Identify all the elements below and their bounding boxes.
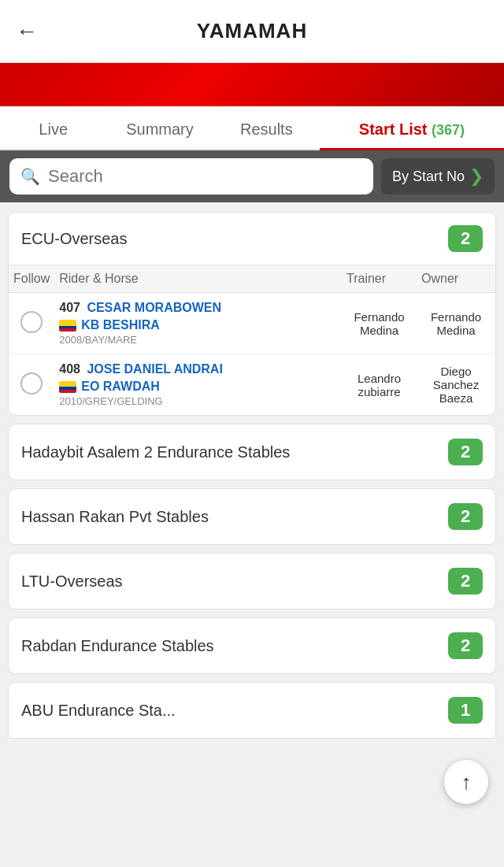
group-card-hassan[interactable]: Hassan Rakan Pvt Stables 2 <box>8 488 496 545</box>
event-banner <box>0 63 504 106</box>
table-row: 407 CESAR MORABOWEN KB BESHIRA 2008/BAY/… <box>9 293 495 354</box>
group-name-hadaybit: Hadaybit Asalem 2 Endurance Stables <box>21 443 290 461</box>
col-owner: Owner <box>417 265 495 293</box>
group-count-ltu: 2 <box>448 568 483 595</box>
search-row: 🔍 By Start No ❯ <box>0 150 504 202</box>
flag-408 <box>59 381 76 393</box>
group-count-abu: 1 <box>448 697 483 724</box>
page-title: YAMAMAH <box>197 19 307 43</box>
group-name-abu: ABU Endurance Sta... <box>21 702 176 720</box>
group-card-rabdan[interactable]: Rabdan Endurance Stables 2 <box>8 617 496 674</box>
sort-label: By Start No <box>392 169 465 185</box>
tab-start-list[interactable]: Start List (367) <box>320 111 504 150</box>
group-card-ecu-overseas: ECU-Overseas 2 Follow Rider & Horse Trai… <box>8 212 496 416</box>
col-follow: Follow <box>9 265 54 293</box>
tab-summary[interactable]: Summary <box>106 111 213 150</box>
app-header: ← YAMAMAH <box>0 0 504 63</box>
group-count-hadaybit: 2 <box>448 439 483 465</box>
horse-detail-408: 2010/GREY/GELDING <box>59 395 337 407</box>
group-name-hassan: Hassan Rakan Pvt Stables <box>21 508 209 526</box>
horse-detail-407: 2008/BAY/MARE <box>59 334 337 346</box>
horse-name-408[interactable]: EO RAWDAH <box>81 380 160 394</box>
chevron-right-icon: ❯ <box>469 166 484 187</box>
table-row: 408 JOSE DANIEL ANDRAI EO RAWDAH 2010/GR… <box>9 354 495 416</box>
horse-name-407[interactable]: KB BESHIRA <box>81 318 160 332</box>
trainer-cell-407: Fernando Medina <box>342 293 417 354</box>
rider-name-407[interactable]: CESAR MORABOWEN <box>87 301 221 314</box>
search-input[interactable] <box>48 166 362 187</box>
trainer-cell-408: Leandro zubiarre <box>342 354 417 416</box>
start-no-408: 408 <box>59 362 80 376</box>
sort-button[interactable]: By Start No ❯ <box>381 158 495 195</box>
group-name-ecu-overseas: ECU-Overseas <box>21 230 127 248</box>
rider-cell-407: 407 CESAR MORABOWEN KB BESHIRA 2008/BAY/… <box>54 293 342 354</box>
rider-name-408[interactable]: JOSE DANIEL ANDRAI <box>87 362 222 376</box>
start-list-count-badge: (367) <box>432 122 465 138</box>
entry-table-ecu-overseas: Follow Rider & Horse Trainer Owner 407 C… <box>9 265 495 415</box>
col-rider-horse: Rider & Horse <box>54 265 342 293</box>
table-header-row: Follow Rider & Horse Trainer Owner <box>9 265 495 293</box>
follow-radio-407[interactable] <box>20 311 43 333</box>
rider-cell-408: 408 JOSE DANIEL ANDRAI EO RAWDAH 2010/GR… <box>54 354 342 416</box>
tab-results[interactable]: Results <box>213 111 320 150</box>
follow-radio-408[interactable] <box>20 372 43 395</box>
follow-cell-407[interactable] <box>9 293 54 354</box>
tab-bar: Live Summary Results Start List (367) <box>0 106 504 150</box>
groups-list: ECU-Overseas 2 Follow Rider & Horse Trai… <box>0 202 504 748</box>
flag-407 <box>59 320 76 332</box>
group-header-ecu-overseas: ECU-Overseas 2 <box>9 213 495 265</box>
search-icon: 🔍 <box>20 167 40 186</box>
owner-cell-408: Diego Sanchez Baeza <box>417 354 495 416</box>
group-card-ltu[interactable]: LTU-Overseas 2 <box>8 553 496 609</box>
group-card-abu[interactable]: ABU Endurance Sta... 1 <box>8 682 496 739</box>
col-trainer: Trainer <box>342 265 417 293</box>
group-count-ecu-overseas: 2 <box>448 225 483 252</box>
group-count-hassan: 2 <box>448 503 483 530</box>
search-box: 🔍 <box>9 158 373 195</box>
group-name-ltu: LTU-Overseas <box>21 572 123 591</box>
start-no-407: 407 <box>59 301 80 314</box>
group-count-rabdan: 2 <box>448 632 483 659</box>
owner-cell-407: Fernando Medina <box>417 293 495 354</box>
back-button[interactable]: ← <box>16 19 38 44</box>
tab-live[interactable]: Live <box>0 111 106 150</box>
group-card-hadaybit[interactable]: Hadaybit Asalem 2 Endurance Stables 2 <box>8 424 496 480</box>
follow-cell-408[interactable] <box>9 354 54 416</box>
group-name-rabdan: Rabdan Endurance Stables <box>21 637 214 655</box>
